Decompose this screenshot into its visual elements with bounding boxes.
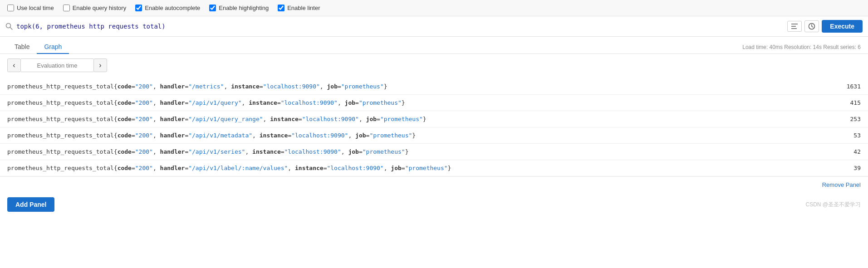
table-row: prometheus_http_requests_total{code="200… [0,95,868,111]
enable-linter-option[interactable]: Enable linter [278,5,320,11]
enable-autocomplete-option[interactable]: Enable autocomplete [135,5,200,11]
results-container: prometheus_http_requests_total{code="200… [0,77,868,176]
bottom-bar: Remove Panel [0,176,868,193]
metric-cell: prometheus_http_requests_total{code="200… [0,78,832,95]
eval-next-button[interactable]: › [93,58,107,72]
enable-highlighting-checkbox[interactable] [209,5,216,11]
table-row: prometheus_http_requests_total{code="200… [0,78,868,95]
eval-row: ‹ › [0,54,868,77]
add-panel-button[interactable]: Add Panel [7,197,54,212]
table-row: prometheus_http_requests_total{code="200… [0,144,868,160]
enable-query-history-option[interactable]: Enable query history [63,5,127,11]
use-local-time-checkbox[interactable] [7,5,14,11]
result-table: prometheus_http_requests_total{code="200… [0,78,868,176]
tab-meta: Load time: 40ms Resolution: 14s Result s… [742,44,861,50]
add-panel-row: Add Panel CSDN @圣圣不爱学习 [0,193,868,216]
enable-query-history-label: Enable query history [73,5,127,11]
history-button[interactable] [804,20,819,32]
value-cell: 1631 [832,78,868,95]
enable-highlighting-label: Enable highlighting [219,5,269,11]
search-icon [5,23,13,30]
table-row: prometheus_http_requests_total{code="200… [0,160,868,176]
metric-cell: prometheus_http_requests_total{code="200… [0,127,832,144]
eval-time-input[interactable] [21,58,93,72]
enable-linter-checkbox[interactable] [278,5,284,11]
query-input[interactable] [16,23,784,30]
value-cell: 39 [832,160,868,176]
metric-cell: prometheus_http_requests_total{code="200… [0,160,832,176]
tabs: Table Graph [7,40,69,54]
value-cell: 42 [832,144,868,160]
enable-query-history-checkbox[interactable] [63,5,70,11]
value-cell: 253 [832,111,868,127]
query-actions: Execute [787,20,863,33]
format-button[interactable] [787,21,802,32]
value-cell: 415 [832,95,868,111]
tabs-row: Table Graph Load time: 40ms Resolution: … [0,37,868,54]
use-local-time-label: Use local time [17,5,54,11]
query-bar: Execute [0,16,868,37]
svg-line-1 [10,28,13,30]
enable-autocomplete-label: Enable autocomplete [145,5,200,11]
footer-watermark: CSDN @圣圣不爱学习 [805,201,861,209]
execute-button[interactable]: Execute [822,20,863,33]
metric-cell: prometheus_http_requests_total{code="200… [0,144,832,160]
value-cell: 53 [832,127,868,144]
tab-graph[interactable]: Graph [37,40,69,54]
table-row: prometheus_http_requests_total{code="200… [0,127,868,144]
enable-linter-label: Enable linter [287,5,320,11]
options-bar: Use local time Enable query history Enab… [0,0,868,16]
metric-cell: prometheus_http_requests_total{code="200… [0,95,832,111]
table-row: prometheus_http_requests_total{code="200… [0,111,868,127]
enable-autocomplete-checkbox[interactable] [135,5,142,11]
metric-cell: prometheus_http_requests_total{code="200… [0,111,832,127]
enable-highlighting-option[interactable]: Enable highlighting [209,5,269,11]
tab-table[interactable]: Table [7,40,37,54]
eval-prev-button[interactable]: ‹ [7,58,21,72]
remove-panel-link[interactable]: Remove Panel [822,181,861,188]
use-local-time-option[interactable]: Use local time [7,5,54,11]
